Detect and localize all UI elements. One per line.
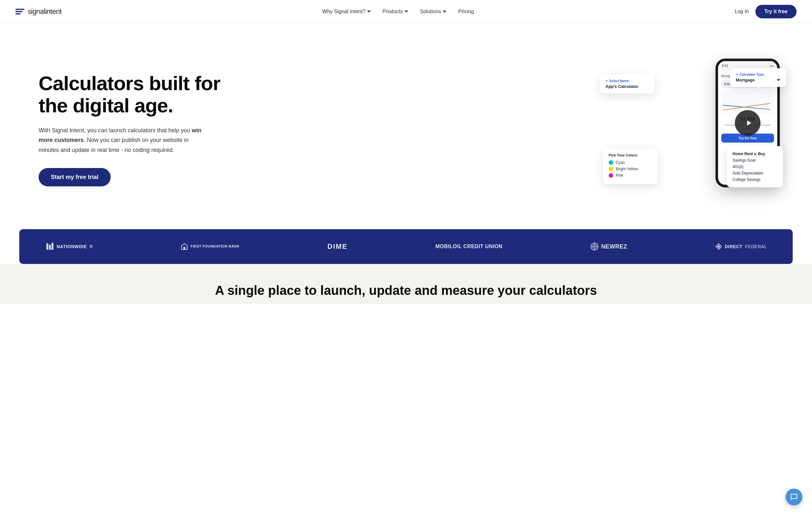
card-calc-types: Home Rent v. Buy Savings Goal 401(k) Aut… <box>727 146 783 187</box>
logo-text: signalintent <box>28 7 61 16</box>
brand-first-foundation: First Foundation Bank <box>181 243 240 250</box>
start-trial-button[interactable]: Start my free trial <box>38 168 111 186</box>
brand-mobiloil: Mobiloil Credit Union <box>435 243 502 249</box>
nav-actions: Log In Try it free <box>734 5 796 18</box>
svg-rect-0 <box>46 243 48 250</box>
brand-newrez: NewRez <box>590 242 627 251</box>
color-option-pink[interactable]: Pink <box>609 173 652 178</box>
type-college-savings[interactable]: College Savings <box>732 177 777 183</box>
svg-rect-4 <box>183 247 185 249</box>
play-button[interactable] <box>735 110 760 136</box>
color-option-cyan[interactable]: Cyan <box>609 160 652 165</box>
nav-products[interactable]: Products <box>382 9 408 15</box>
card-select-name: ✏ Select Name: App's Calculator <box>600 75 655 93</box>
hero-illustration: ✏ Select Name: App's Calculator ✏ Calcul… <box>600 55 786 204</box>
type-savings-goal[interactable]: Savings Goal <box>732 157 777 164</box>
color-label-yellow: Bright Yellow <box>616 167 638 171</box>
brands-bar: Nationwide® First Foundation Bank DIME M… <box>19 229 793 264</box>
try-free-button[interactable]: Try it free <box>755 5 796 18</box>
hero-description: With Signal Intent, you can launch calcu… <box>38 126 206 155</box>
logo-icon <box>16 9 25 15</box>
login-button[interactable]: Log In <box>734 9 749 15</box>
type-auto-depreciation[interactable]: Auto Depreciation <box>732 170 777 177</box>
brand-nationwide: Nationwide® <box>45 242 93 251</box>
svg-rect-2 <box>52 243 53 250</box>
bottom-title: A single place to launch, update and mea… <box>26 283 786 298</box>
brand-directfederal: DIRECTFEDERAL <box>715 243 767 250</box>
hero-title: Calculators built for the digital age. <box>38 73 225 116</box>
bottom-section: A single place to launch, update and mea… <box>0 264 812 304</box>
type-401k[interactable]: 401(k) <box>732 164 777 170</box>
color-dot-cyan <box>609 160 613 165</box>
card-select-name-value: App's Calculator <box>606 84 648 89</box>
color-dot-yellow <box>609 167 613 171</box>
nav-pricing[interactable]: Pricing <box>458 9 474 15</box>
card-calc-type-value: Mortgage <box>736 78 781 82</box>
svg-marker-10 <box>717 245 720 248</box>
color-option-yellow[interactable]: Bright Yellow <box>609 167 652 171</box>
nav-why[interactable]: Why Signal Intent? <box>322 9 371 15</box>
card-calc-type-label: ✏ Calculator Type: <box>736 73 781 76</box>
nav-links: Why Signal Intent? Products Solutions Pr… <box>322 9 474 15</box>
card-colors: Pick Your Colors: Cyan Bright Yellow Pin… <box>603 149 658 184</box>
logo[interactable]: signalintent <box>16 7 61 16</box>
hero-section: Calculators built for the digital age. W… <box>0 23 812 229</box>
card-select-name-label: ✏ Select Name: <box>606 79 648 83</box>
color-dot-pink <box>609 173 613 178</box>
color-label-pink: Pink <box>616 173 623 178</box>
nav-solutions[interactable]: Solutions <box>420 9 446 15</box>
chart-line-orange <box>723 103 770 110</box>
navigation: signalintent Why Signal Intent? Products… <box>0 0 812 23</box>
brand-dime: DIME <box>327 242 348 251</box>
svg-rect-1 <box>49 245 51 250</box>
card-colors-title: Pick Your Colors: <box>609 153 652 157</box>
card-calc-type: ✏ Calculator Type: Mortgage <box>730 68 786 87</box>
color-label-cyan: Cyan <box>616 160 625 165</box>
hero-content: Calculators built for the digital age. W… <box>38 73 225 186</box>
type-home-rent[interactable]: Home Rent v. Buy <box>732 151 777 157</box>
